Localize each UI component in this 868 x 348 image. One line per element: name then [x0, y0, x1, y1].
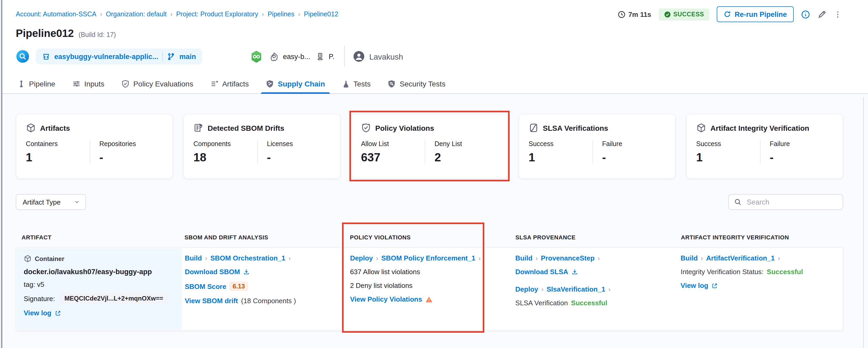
card-sbom-drifts: Detected SBOM Drifts Components18 Licens… [183, 114, 340, 179]
trigger-pipeline-label: easy-b... [283, 53, 310, 60]
duration-value: 7m 11s [628, 10, 651, 18]
supply-chain-panel: Artifacts Containers1 Repositories- Dete… [0, 94, 868, 348]
breadcrumb-pipelines[interactable]: Pipelines [268, 10, 294, 18]
integrity-status-value: Successful [767, 268, 803, 276]
artifacts-list-icon [210, 80, 218, 88]
service-icon [315, 52, 324, 61]
tab-artifacts[interactable]: Artifacts [209, 76, 250, 93]
stat-label: Deny List [435, 140, 498, 148]
stat-divider [89, 140, 90, 164]
user-name: Lavakush [369, 52, 403, 61]
cube-icon [26, 123, 36, 133]
slsa-icon [529, 123, 538, 133]
edit-pencil-icon[interactable] [817, 10, 826, 19]
stat-value: - [99, 152, 163, 164]
view-log-link[interactable]: View log [681, 282, 708, 289]
pipeline-icon [18, 80, 25, 88]
more-menu-icon[interactable] [834, 10, 842, 19]
artifact-type-select[interactable]: Artifact Type [16, 194, 86, 210]
meta-divider [344, 46, 344, 67]
title-row: Pipeline012 (Build Id: 17) [0, 22, 868, 39]
git-branch-icon [167, 53, 175, 60]
step-link[interactable]: ProvenanceStep [541, 254, 595, 262]
tab-tests[interactable]: Tests [340, 76, 372, 93]
breadcrumb-pipeline012[interactable]: Pipeline012 [304, 10, 338, 18]
scrollbar-track[interactable] [863, 97, 864, 348]
container-cube-icon [24, 255, 32, 263]
card-title: Policy Violations [375, 124, 434, 132]
rerun-pipeline-label: Re-run Pipeline [735, 10, 787, 18]
artifact-image-name: docker.io/lavakush07/easy-buggy-app [24, 268, 175, 276]
stage-link[interactable]: Build [516, 254, 532, 262]
supply-chain-shield-icon [266, 80, 274, 88]
allow-list-violations: 637 Allow list violations [350, 268, 420, 276]
status-badge: SUCCESS [658, 8, 709, 20]
tab-policy-evaluations[interactable]: Policy Evaluations [120, 76, 195, 93]
repo-link[interactable]: easybuggy-vulnerable-applic... [54, 53, 158, 60]
view-policy-violations-link[interactable]: View Policy Violations [350, 295, 422, 303]
clock-icon [618, 10, 626, 18]
view-log-link[interactable]: View log [24, 309, 51, 317]
card-policy-violations: Policy Violations Allow List637 Deny Lis… [351, 114, 508, 179]
tab-inputs[interactable]: Inputs [71, 76, 106, 93]
stat-divider [425, 140, 425, 164]
repository-icon [42, 53, 50, 60]
signature-label: Signature: [24, 294, 55, 302]
artifact-type-label: Artifact Type [23, 198, 61, 206]
stat-label: Components [193, 140, 257, 148]
search-input[interactable] [746, 198, 837, 206]
summary-cards: Artifacts Containers1 Repositories- Dete… [16, 94, 843, 179]
card-slsa-verifications: SLSA Verifications Success1 Failure- [519, 114, 676, 179]
download-icon [243, 268, 250, 275]
step-link[interactable]: SBOM Orchestration_1 [210, 254, 285, 262]
breadcrumb-organization[interactable]: Organization: default [106, 10, 167, 18]
breadcrumb-project[interactable]: Project: Product Exploratory [176, 10, 258, 18]
search-box [728, 194, 843, 210]
page-header: Account: Automation-SSCA › Organization:… [0, 0, 868, 94]
external-link-icon [55, 310, 61, 316]
column-header-artifact: ARTIFACT [16, 234, 181, 240]
column-header-policy-violations: POLICY VIOLATIONS [347, 234, 512, 240]
stat-value: 2 [435, 152, 498, 164]
stat-label: Failure [770, 140, 833, 148]
sbom-score-badge: 6.13 [229, 282, 248, 291]
duration: 7m 11s [618, 10, 651, 18]
breadcrumb-separator: › [100, 10, 102, 18]
tab-pipeline[interactable]: Pipeline [16, 76, 57, 93]
stat-value: 18 [193, 152, 257, 164]
info-icon[interactable] [801, 10, 810, 19]
view-sbom-drift-link[interactable]: View SBOM drift [185, 297, 238, 305]
breadcrumb: Account: Automation-SSCA › Organization:… [16, 10, 338, 18]
integrity-cell: Build › ArtifactVerification_1 › Integri… [678, 248, 843, 330]
column-header-sbom: SBOM AND DRIFT ANALYSIS [181, 234, 347, 240]
step-link[interactable]: ArtifactVerification_1 [706, 254, 775, 262]
stage-link[interactable]: Build [185, 254, 202, 262]
left-edge-divider [0, 0, 2, 348]
stage-link[interactable]: Deploy [350, 254, 373, 262]
step-link[interactable]: SBOM Policy Enforcement_1 [381, 254, 475, 262]
branch-link[interactable]: main [180, 53, 196, 60]
rerun-pipeline-button[interactable]: Re-run Pipeline [717, 6, 794, 22]
app-root: Account: Automation-SSCA › Organization:… [0, 0, 868, 348]
warning-triangle-icon [425, 295, 433, 303]
card-title: Artifacts [40, 124, 70, 132]
tab-supply-chain[interactable]: Supply Chain [264, 76, 327, 93]
shield-check-icon [361, 123, 371, 133]
build-id: (Build Id: 17) [79, 31, 116, 38]
breadcrumb-separator: › [170, 10, 172, 18]
top-actions: 7m 11s SUCCESS Re-run Pipeline [618, 6, 842, 22]
download-sbom-link[interactable]: Download SBOM [185, 268, 240, 276]
stage-link[interactable]: Build [681, 254, 698, 262]
sbom-score-link[interactable]: SBOM Score [185, 282, 226, 290]
trigger-user-label: P. [329, 53, 334, 60]
download-icon [571, 268, 578, 275]
stage-link[interactable]: Deploy [516, 285, 538, 293]
inputs-icon [72, 80, 81, 88]
breadcrumb-account[interactable]: Account: Automation-SSCA [16, 10, 96, 18]
step-link[interactable]: SlsaVerification_1 [547, 285, 605, 293]
stat-divider [760, 140, 760, 164]
tab-security-tests[interactable]: Security Tests [386, 76, 447, 93]
slsa-cell: Build › ProvenanceStep › Download SLSA D… [512, 248, 678, 330]
download-slsa-link[interactable]: Download SLSA [516, 268, 568, 276]
stat-value: 1 [696, 152, 760, 164]
